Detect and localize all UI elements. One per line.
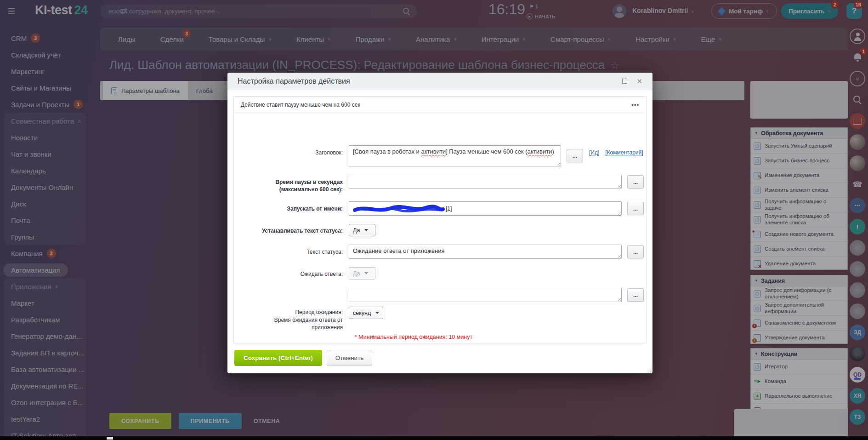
field-label: Период ожидания:Время ожидания ответа от… [234,307,349,331]
field-label: Запускать от имени: [234,201,349,212]
action-settings-modal: Настройка параметров действия ✕ Действие… [227,73,652,373]
run-as-textarea[interactable]: [1] [349,201,622,216]
spellcheck-squiggle: активити [421,148,446,155]
title-insert-value-button[interactable]: ... [567,149,583,162]
modal-header[interactable]: Настройка параметров действия ✕ [227,73,652,90]
field-label: Устанавливать текст статуса: [234,224,349,234]
row-pause-seconds: Время паузы в секундах(максимально 600 с… [234,175,646,193]
field-label [234,288,349,291]
row-wait-period-value: ... [234,288,646,302]
save-button[interactable]: Сохранить (Ctrl+Enter) [234,350,322,366]
more-menu-icon[interactable]: ••• [631,101,639,108]
modal-title: Настройка параметров действия [238,77,350,86]
field-label: Ожидать ответа: [234,267,349,278]
set-status-select[interactable]: Да [349,224,375,236]
comment-link[interactable]: [Комментарий] [605,145,643,156]
field-label: Время паузы в секундах(максимально 600 с… [234,175,349,193]
run-as-insert-value-button[interactable]: ... [627,202,644,215]
activity-settings-box: Действие ставит паузу меньше чем на 600 … [233,96,647,343]
spellcheck-squiggle: активити [528,148,552,155]
modal-body: Действие ставит паузу меньше чем на 600 … [227,90,652,343]
wait-period-textarea[interactable] [349,288,622,302]
wait-period-unit-select[interactable]: секунд [349,307,383,319]
row-wait-period-unit: Период ожидания:Время ожидания ответа от… [234,307,646,331]
id-link[interactable]: [Ид] [589,145,599,156]
status-text-textarea[interactable]: Ожидание ответа от приложения [349,245,622,259]
pause-seconds-textarea[interactable] [349,175,622,189]
modal-footer: Сохранить (Ctrl+Enter) Отменить [227,343,652,373]
row-title: Заголовок: [Своя пауза в роботах и актив… [234,145,646,166]
os-taskbar-strip [0,436,868,440]
cancel-button[interactable]: Отменить [327,350,373,366]
activity-header: Действие ставит паузу меньше чем на 600 … [234,97,646,113]
wait-period-insert-value-button[interactable]: ... [627,288,644,302]
title-textarea[interactable]: [Своя пауза в роботах и активити] Пауза … [349,145,561,166]
row-set-status: Устанавливать текст статуса: Да [234,224,646,236]
redacted-scribble [353,204,445,213]
status-text-insert-value-button[interactable]: ... [627,245,644,258]
wait-reply-select-disabled: Да [349,267,375,280]
activity-form: Заголовок: [Своя пауза в роботах и актив… [234,113,646,340]
maximize-icon[interactable] [622,79,627,84]
close-icon[interactable]: ✕ [636,78,642,85]
field-label: Заголовок: [234,145,349,156]
taskbar-app-icon [107,437,113,440]
row-status-text: Текст статуса: Ожидание ответа от прилож… [234,245,646,259]
row-wait-reply: Ожидать ответа: Да [234,267,646,280]
row-run-as: Запускать от имени: [1] ... [234,201,646,216]
minimum-period-warning: * Минимальный период ожидания: 10 минут [355,334,646,340]
field-label: Текст статуса: [234,245,349,256]
pause-insert-value-button[interactable]: ... [627,175,644,189]
